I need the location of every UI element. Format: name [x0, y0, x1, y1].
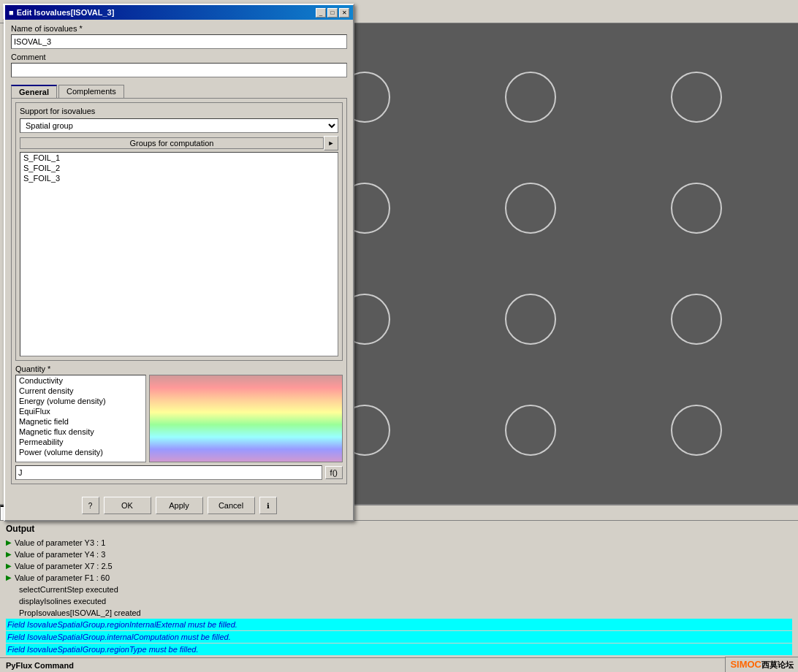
output-indent-2: displayIsolines executed [19, 595, 792, 607]
quantity-list-wrapper: Conductivity Current density Energy (vol… [15, 375, 146, 462]
simoc-logo: SIMOC西莫论坛 [725, 657, 798, 672]
quantity-right-panel [149, 375, 343, 462]
edit-isovalues-dialog: ■ Edit Isovalues[ISOVAL_3] _ □ ✕ Name of… [4, 4, 354, 522]
circle-shape-9 [671, 294, 722, 345]
comment-label: Comment [11, 53, 347, 61]
output-icon-2: ▶ [6, 549, 12, 560]
simoc-forum: 西莫论坛 [761, 660, 794, 669]
circle-6 [618, 156, 776, 260]
qty-7[interactable]: Permeability [16, 437, 145, 447]
circle-12 [618, 378, 776, 482]
quantity-container: Conductivity Current density Energy (vol… [15, 375, 343, 462]
dialog-action-buttons: ? OK Apply Cancel ℹ [5, 492, 353, 520]
output-indent-3: PropIsovalues[ISOVAL_2] created [19, 607, 792, 619]
qty-2[interactable]: Current density [16, 386, 145, 396]
dialog-close-btn[interactable]: ✕ [339, 8, 349, 18]
dialog-titlebar: ■ Edit Isovalues[ISOVAL_3] _ □ ✕ [5, 5, 353, 20]
output-text-2: Value of parameter Y4 : 3 [15, 549, 792, 560]
output-text-3: Value of parameter X7 : 2.5 [15, 560, 792, 572]
circle-2 [451, 45, 609, 149]
tabs-row: General Complements [11, 85, 347, 98]
cancel-button[interactable]: Cancel [208, 497, 255, 514]
error-line-1: Field IsovaIueSpatiaIGroup.regionInterna… [6, 619, 792, 630]
output-title: Output [6, 524, 792, 534]
groups-arrow-btn[interactable]: ► [324, 136, 338, 150]
formula-input[interactable] [15, 465, 322, 480]
apply-button[interactable]: Apply [156, 497, 203, 514]
quantity-label: Quantity * [15, 364, 343, 373]
quantity-list[interactable]: Conductivity Current density Energy (vol… [15, 375, 146, 462]
qty-5[interactable]: Magnetic field [16, 416, 145, 427]
groups-label: Groups for computation [20, 137, 324, 149]
circle-11 [451, 378, 609, 482]
circle-5 [451, 156, 609, 260]
circle-shape-6 [671, 183, 722, 234]
group-item-1[interactable]: S_FOIL_1 [20, 153, 338, 163]
dialog-tabs: General Complements Support for isovalue… [11, 85, 347, 484]
circle-shape-11 [505, 405, 556, 456]
info-icon-btn[interactable]: ℹ [259, 497, 277, 514]
error-line-2: Field IsovaIueSpatiaIGroup.internalCompu… [6, 631, 792, 643]
spatial-group-row: Spatial group [20, 118, 338, 133]
dialog-title-icon: ■ [9, 8, 14, 17]
qty-1[interactable]: Conductivity [16, 375, 145, 386]
output-icon-1: ▶ [6, 537, 12, 549]
tab-complements[interactable]: Complements [58, 85, 124, 98]
name-input[interactable] [11, 34, 347, 49]
tab-general-content: Support for isovalues Spatial group Grou… [11, 98, 347, 484]
dialog-minimize-btn[interactable]: _ [316, 8, 326, 18]
circle-3 [618, 45, 776, 149]
group-item-2[interactable]: S_FOIL_2 [20, 163, 338, 173]
circle-shape-12 [671, 405, 722, 456]
circle-shape-2 [505, 72, 556, 123]
ok-button[interactable]: OK [104, 497, 151, 514]
output-line-4: ▶ Value of parameter F1 : 60 [6, 572, 792, 584]
output-text-1: Value of parameter Y3 : 1 [15, 537, 792, 549]
output-icon-4: ▶ [6, 572, 12, 584]
groups-header: Groups for computation ► [20, 136, 338, 150]
circle-shape-8 [505, 294, 556, 345]
dialog-title: ■ Edit Isovalues[ISOVAL_3] [9, 8, 114, 17]
output-line-1: ▶ Value of parameter Y3 : 1 [6, 537, 792, 549]
dialog-maximize-btn[interactable]: □ [327, 8, 338, 18]
comment-input[interactable] [11, 63, 347, 77]
dialog-title-text: Edit Isovalues[ISOVAL_3] [17, 8, 115, 17]
dialog-body: Name of isovalues * Comment General Comp… [5, 20, 353, 492]
quantity-section: Quantity * Conductivity Current density … [15, 364, 343, 480]
name-label: Name of isovalues * [11, 24, 347, 33]
circle-8 [451, 267, 609, 371]
group-item-3[interactable]: S_FOIL_3 [20, 173, 338, 183]
qty-3[interactable]: Energy (volume density) [16, 396, 145, 406]
output-icon-3: ▶ [6, 560, 12, 572]
support-title: Support for isovalues [20, 107, 338, 115]
groups-list[interactable]: S_FOIL_1 S_FOIL_2 S_FOIL_3 [20, 152, 338, 356]
output-line-2: ▶ Value of parameter Y4 : 3 [6, 549, 792, 560]
qty-8[interactable]: Power (volume density) [16, 447, 145, 457]
py-command-bar: PyFlux Command [0, 657, 798, 672]
tab-general[interactable]: General [11, 85, 57, 98]
error-line-3: Field IsovaIueSpatiaIGroup.regionType mu… [6, 644, 792, 655]
circle-shape-5 [505, 183, 556, 234]
help-icon-btn[interactable]: ? [82, 497, 99, 514]
bottom-panel: ■ GeometryFlux2DView ■ CircuitView Outpu… [0, 504, 798, 672]
support-section: Support for isovalues Spatial group Grou… [15, 102, 343, 361]
circle-shape-3 [671, 72, 722, 123]
output-indent-1: selectCurrentStep executed [19, 584, 792, 595]
formula-row: f() [15, 465, 343, 480]
circle-9 [618, 267, 776, 371]
output-section: Output ▶ Value of parameter Y3 : 1 ▶ Val… [0, 521, 798, 667]
output-text-4: Value of parameter F1 : 60 [15, 572, 792, 584]
simoc-brand: SIMOC [730, 659, 761, 670]
spatial-group-select[interactable]: Spatial group [20, 118, 338, 133]
qty-4[interactable]: EquiFlux [16, 406, 145, 416]
dialog-window-controls: _ □ ✕ [316, 8, 349, 18]
formula-function-btn[interactable]: f() [325, 466, 343, 479]
qty-6[interactable]: Magnetic flux density [16, 427, 145, 437]
output-line-3: ▶ Value of parameter X7 : 2.5 [6, 560, 792, 572]
